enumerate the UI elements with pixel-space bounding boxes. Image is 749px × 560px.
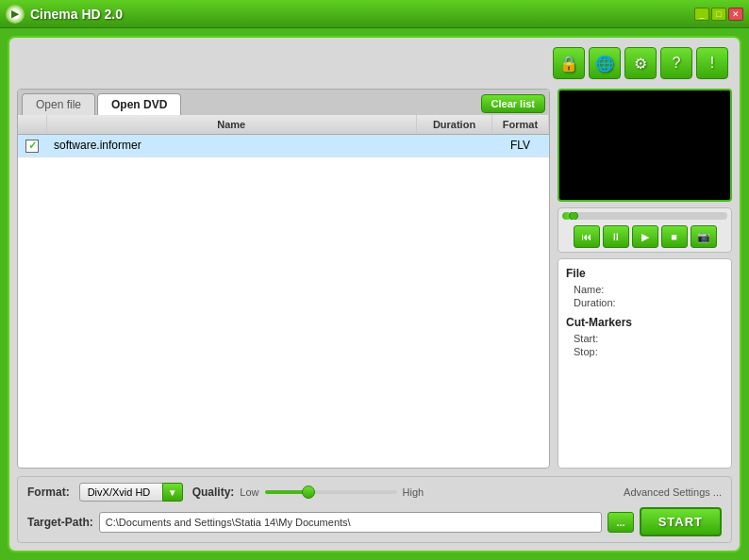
left-panel: Open file Open DVD Clear list Name Durat… bbox=[17, 89, 550, 469]
browse-button[interactable]: ... bbox=[608, 512, 633, 533]
file-list-container: Name Duration Format software.informer F… bbox=[18, 115, 549, 468]
tab-bar: Open file Open DVD Clear list bbox=[18, 90, 549, 115]
info-icon-button[interactable]: 🌐 bbox=[589, 47, 621, 79]
main-container: 🔒 🌐 ⚙ ? ! Open file Open DVD Clear list bbox=[0, 28, 749, 560]
title-bar-left: ▶ Cinema HD 2.0 bbox=[6, 5, 123, 24]
cut-markers-section: Cut-Markers Start: Stop: bbox=[566, 316, 724, 357]
quality-fill bbox=[265, 490, 305, 494]
format-select[interactable]: DivX/Xvid HDDivX/Xvid SDH.264 HDH.264 SD… bbox=[79, 483, 183, 502]
quality-high-label: High bbox=[403, 486, 424, 498]
prev-button[interactable]: ⏮ bbox=[574, 225, 600, 248]
file-list-body: software.informer FLV bbox=[18, 135, 549, 157]
row-checkbox[interactable] bbox=[18, 135, 46, 157]
title-bar: ▶ Cinema HD 2.0 _ □ ✕ bbox=[0, 0, 749, 28]
row-duration bbox=[417, 135, 492, 157]
quality-section: Quality: Low High bbox=[192, 486, 614, 499]
path-row: Target-Path: ... START bbox=[27, 507, 722, 536]
start-button[interactable]: START bbox=[640, 507, 722, 536]
video-preview bbox=[558, 89, 732, 202]
col-header-duration: Duration bbox=[417, 115, 492, 135]
playback-controls: ⏮ ⏸ ▶ ■ 📷 bbox=[558, 207, 732, 253]
file-section: File Name: Duration: bbox=[566, 267, 724, 308]
checkbox-icon[interactable] bbox=[25, 140, 39, 153]
settings-icon-button[interactable]: ⚙ bbox=[624, 47, 657, 79]
cut-start-label: Start: bbox=[566, 333, 724, 344]
bottom-bar: Format: DivX/Xvid HDDivX/Xvid SDH.264 HD… bbox=[17, 476, 732, 543]
title-controls: _ □ ✕ bbox=[694, 8, 743, 21]
top-toolbar: 🔒 🌐 ⚙ ? ! bbox=[17, 45, 732, 81]
progress-bar[interactable] bbox=[562, 212, 727, 220]
app-title: Cinema HD 2.0 bbox=[30, 7, 123, 22]
col-header-checkbox bbox=[18, 115, 46, 135]
content-area: Open file Open DVD Clear list Name Durat… bbox=[17, 89, 732, 469]
file-list-table: Name Duration Format software.informer F… bbox=[18, 115, 549, 157]
control-buttons: ⏮ ⏸ ▶ ■ 📷 bbox=[562, 225, 727, 248]
app-body: 🔒 🌐 ⚙ ? ! Open file Open DVD Clear list bbox=[8, 36, 741, 552]
quality-low-label: Low bbox=[240, 486, 258, 498]
tab-open-file[interactable]: Open file bbox=[22, 93, 95, 115]
app-icon: ▶ bbox=[6, 5, 25, 24]
quality-slider[interactable] bbox=[265, 490, 397, 494]
row-name: software.informer bbox=[46, 135, 417, 157]
stop-button[interactable]: ■ bbox=[661, 225, 688, 248]
format-row: Format: DivX/Xvid HDDivX/Xvid SDH.264 HD… bbox=[27, 483, 722, 502]
format-label: Format: bbox=[27, 486, 70, 499]
table-row: software.informer FLV bbox=[18, 135, 549, 157]
table-header-row: Name Duration Format bbox=[18, 115, 549, 135]
snapshot-button[interactable]: 📷 bbox=[691, 225, 717, 248]
file-section-title: File bbox=[566, 267, 724, 280]
cut-markers-title: Cut-Markers bbox=[566, 316, 724, 329]
target-path-input[interactable] bbox=[99, 512, 603, 533]
help-icon-button[interactable]: ? bbox=[660, 47, 692, 79]
file-info-panel: File Name: Duration: Cut-Markers Start: … bbox=[558, 258, 732, 469]
tab-open-dvd[interactable]: Open DVD bbox=[97, 93, 181, 115]
lock-icon-button[interactable]: 🔒 bbox=[553, 47, 585, 79]
alert-icon-button[interactable]: ! bbox=[696, 47, 728, 79]
quality-label: Quality: bbox=[192, 486, 235, 499]
file-duration-label: Duration: bbox=[566, 297, 724, 308]
clear-list-button[interactable]: Clear list bbox=[481, 94, 545, 113]
col-header-name: Name bbox=[46, 115, 417, 135]
right-panel: ⏮ ⏸ ▶ ■ 📷 File Name: Duration: Cut-Marke bbox=[558, 89, 732, 469]
cut-stop-label: Stop: bbox=[566, 346, 724, 357]
minimize-button[interactable]: _ bbox=[694, 8, 709, 21]
advanced-settings-link[interactable]: Advanced Settings ... bbox=[624, 486, 722, 498]
col-header-format: Format bbox=[492, 115, 549, 135]
pause-button[interactable]: ⏸ bbox=[603, 225, 629, 248]
row-format: FLV bbox=[492, 135, 549, 157]
format-select-wrapper: DivX/Xvid HDDivX/Xvid SDH.264 HDH.264 SD… bbox=[79, 483, 183, 502]
quality-handle[interactable] bbox=[302, 486, 315, 499]
close-button[interactable]: ✕ bbox=[728, 8, 743, 21]
maximize-button[interactable]: □ bbox=[711, 8, 726, 21]
play-button[interactable]: ▶ bbox=[632, 225, 658, 248]
tab-bar-left: Open file Open DVD bbox=[22, 93, 181, 115]
progress-handle[interactable] bbox=[569, 212, 578, 220]
target-path-label: Target-Path: bbox=[27, 516, 93, 529]
file-name-label: Name: bbox=[566, 284, 724, 295]
